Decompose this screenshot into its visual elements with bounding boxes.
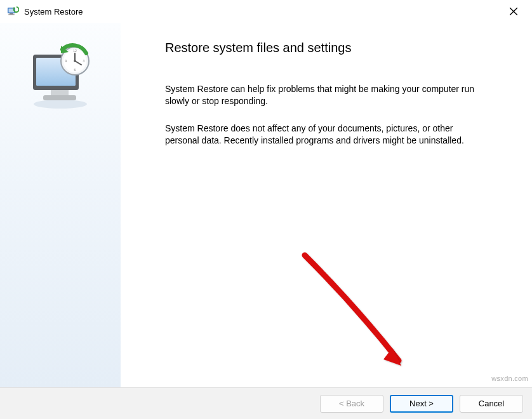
intro-paragraph-1: System Restore can help fix problems tha… bbox=[165, 83, 482, 107]
svg-point-6 bbox=[34, 100, 87, 109]
cancel-button[interactable]: Cancel bbox=[460, 395, 523, 413]
wizard-footer: < Back Next > Cancel bbox=[0, 387, 532, 419]
intro-paragraph-2: System Restore does not affect any of yo… bbox=[165, 123, 482, 147]
watermark-text: wsxdn.com bbox=[491, 375, 528, 382]
side-panel: 12 3 6 9 bbox=[0, 23, 121, 387]
svg-rect-8 bbox=[43, 95, 76, 100]
svg-text:12: 12 bbox=[73, 49, 77, 53]
svg-text:3: 3 bbox=[83, 59, 85, 63]
system-restore-icon bbox=[6, 5, 19, 18]
window-title: System Restore bbox=[24, 7, 499, 17]
titlebar: System Restore bbox=[0, 0, 532, 23]
svg-text:6: 6 bbox=[74, 68, 76, 72]
svg-rect-2 bbox=[10, 13, 13, 15]
svg-text:9: 9 bbox=[65, 59, 67, 63]
close-button[interactable] bbox=[499, 2, 528, 21]
back-button: < Back bbox=[320, 395, 383, 413]
next-button[interactable]: Next > bbox=[390, 395, 453, 413]
main-panel: Restore system files and settings System… bbox=[121, 23, 532, 387]
content-area: 12 3 6 9 Restore system files and settin… bbox=[0, 23, 532, 387]
page-heading: Restore system files and settings bbox=[165, 41, 503, 55]
restore-illustration-icon: 12 3 6 9 bbox=[25, 41, 95, 112]
svg-rect-3 bbox=[8, 15, 15, 16]
